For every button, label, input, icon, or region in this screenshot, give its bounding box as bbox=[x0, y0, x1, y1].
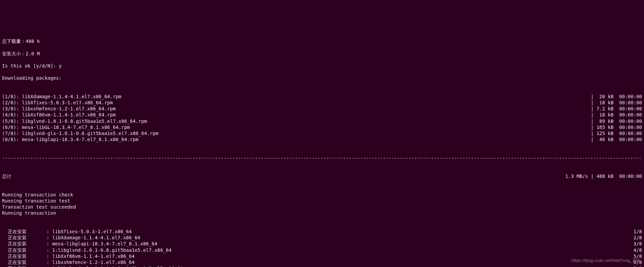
install-step-label: 正在安装 : mesa-libglapi-18.3.4-7.el7_8.1.x8… bbox=[2, 241, 157, 247]
install-step-label: 正在安装 : libXxf86vm-1.1.4-1.el7.x86_64 bbox=[2, 253, 135, 259]
package-row: (1/8): libXdamage-1.1.4-4.1.el7.x86_64.r… bbox=[2, 94, 642, 100]
install-step-count: 2/8 bbox=[634, 235, 642, 241]
package-name: (3/8): libxshmfence-1.2-1.el7.x86_64.rpm bbox=[2, 106, 116, 112]
install-step-count: 1/8 bbox=[634, 229, 642, 235]
totals-label: 总计 bbox=[2, 173, 11, 179]
install-step-row: 正在安装 : libXfixes-5.0.3-1.el7.x86_641/8 bbox=[2, 229, 642, 235]
install-step-row: 正在安装 : libXxf86vm-1.1.4-1.el7.x86_645/8 bbox=[2, 253, 642, 259]
package-name: (6/8): mesa-libGL-18.3.4-7.el7_8.1.x86_6… bbox=[2, 124, 130, 130]
watermark-text: https://blog.csdn.net/WellTung_666 bbox=[572, 258, 640, 264]
package-name: (1/8): libXdamage-1.1.4-4.1.el7.x86_64.r… bbox=[2, 94, 121, 100]
install-step-label: 正在安装 : 1:libglvnd-glx-1.0.1-0.8.git5baa1… bbox=[2, 265, 183, 267]
package-size-time: | 46 kB 00:00:00 bbox=[591, 136, 642, 142]
package-name: (7/8): libglvnd-glx-1.0.1-0.8.git5baa1e5… bbox=[2, 130, 158, 136]
install-step-row: 正在安装 : 1:libglvnd-glx-1.0.1-0.8.git5baa1… bbox=[2, 265, 642, 267]
total-download-line: 总下载量：488 k bbox=[2, 38, 642, 44]
package-size-time: | 18 kB 00:00:00 bbox=[591, 112, 642, 118]
transaction-line: Transaction test succeeded bbox=[2, 204, 642, 210]
transaction-line: Running transaction bbox=[2, 210, 642, 216]
install-step-row: 正在安装 : 1:libglvnd-1.0.1-0.8.git5baa1e5.e… bbox=[2, 247, 642, 253]
install-step-count: 7/8 bbox=[634, 265, 642, 267]
install-step-label: 正在安装 : libXfixes-5.0.3-1.el7.x86_64 bbox=[2, 229, 132, 235]
transaction-line: Running transaction check bbox=[2, 192, 642, 198]
package-row: (3/8): libxshmfence-1.2-1.el7.x86_64.rpm… bbox=[2, 106, 642, 112]
install-step-count: 3/8 bbox=[634, 241, 642, 247]
install-verify-steps: 正在安装 : libXfixes-5.0.3-1.el7.x86_641/8 正… bbox=[2, 229, 642, 267]
install-step-row: 正在安装 : libXdamage-1.1.4-4.1.el7.x86_642/… bbox=[2, 235, 642, 241]
install-step-row: 正在安装 : mesa-libglapi-18.3.4-7.el7_8.1.x8… bbox=[2, 241, 642, 247]
package-size-time: | 89 kB 00:00:00 bbox=[591, 118, 642, 124]
package-row: (6/8): mesa-libGL-18.3.4-7.el7_8.1.x86_6… bbox=[2, 124, 642, 130]
package-size-time: | 20 kB 00:00:00 bbox=[591, 94, 642, 100]
terminal-output[interactable]: 总下载量：488 k 安装大小：2.0 M Is this ok [y/d/N]… bbox=[2, 26, 642, 267]
package-size-time: | 165 kB 00:00:00 bbox=[591, 124, 642, 130]
package-size-time: | 125 kB 00:00:00 bbox=[591, 130, 642, 136]
install-step-label: 正在安装 : 1:libglvnd-1.0.1-0.8.git5baa1e5.e… bbox=[2, 247, 172, 253]
transaction-status: Running transaction checkRunning transac… bbox=[2, 192, 642, 216]
install-step-label: 正在安装 : libxshmfence-1.2-1.el7.x86_64 bbox=[2, 259, 135, 265]
package-name: (5/8): libglvnd-1.0.1-0.8.git5baa1e5.el7… bbox=[2, 118, 147, 124]
package-name: (2/8): libXfixes-5.0.3-1.el7.x86_64.rpm bbox=[2, 100, 113, 106]
install-size-line: 安装大小：2.0 M bbox=[2, 51, 642, 57]
downloading-label: Downloading packages: bbox=[2, 75, 642, 81]
package-name: (8/8): mesa-libglapi-18.3.4-7.el7_8.1.x8… bbox=[2, 136, 139, 142]
separator-line: ----------------------------------------… bbox=[2, 155, 642, 161]
package-row: (5/8): libglvnd-1.0.1-0.8.git5baa1e5.el7… bbox=[2, 118, 642, 124]
confirm-prompt: Is this ok [y/d/N]: y bbox=[2, 63, 642, 69]
install-step-label: 正在安装 : libXdamage-1.1.4-4.1.el7.x86_64 bbox=[2, 235, 140, 241]
transaction-line: Running transaction test bbox=[2, 198, 642, 204]
package-row: (2/8): libXfixes-5.0.3-1.el7.x86_64.rpm|… bbox=[2, 100, 642, 106]
install-step-row: 正在安装 : libxshmfence-1.2-1.el7.x86_646/8 bbox=[2, 259, 642, 265]
install-step-count: 4/8 bbox=[634, 247, 642, 253]
package-row: (7/8): libglvnd-glx-1.0.1-0.8.git5baa1e5… bbox=[2, 130, 642, 136]
package-size-time: | 7.2 kB 00:00:00 bbox=[591, 106, 642, 112]
package-download-list: (1/8): libXdamage-1.1.4-4.1.el7.x86_64.r… bbox=[2, 94, 642, 143]
package-size-time: | 18 kB 00:00:00 bbox=[591, 100, 642, 106]
package-row: (8/8): mesa-libglapi-18.3.4-7.el7_8.1.x8… bbox=[2, 136, 642, 142]
totals-value: 1.3 MB/s | 488 kB 00:00:00 bbox=[565, 173, 642, 179]
package-name: (4/8): libXxf86vm-1.1.4-1.el7.x86_64.rpm bbox=[2, 112, 116, 118]
totals-row: 总计 1.3 MB/s | 488 kB 00:00:00 bbox=[2, 173, 642, 179]
package-row: (4/8): libXxf86vm-1.1.4-1.el7.x86_64.rpm… bbox=[2, 112, 642, 118]
